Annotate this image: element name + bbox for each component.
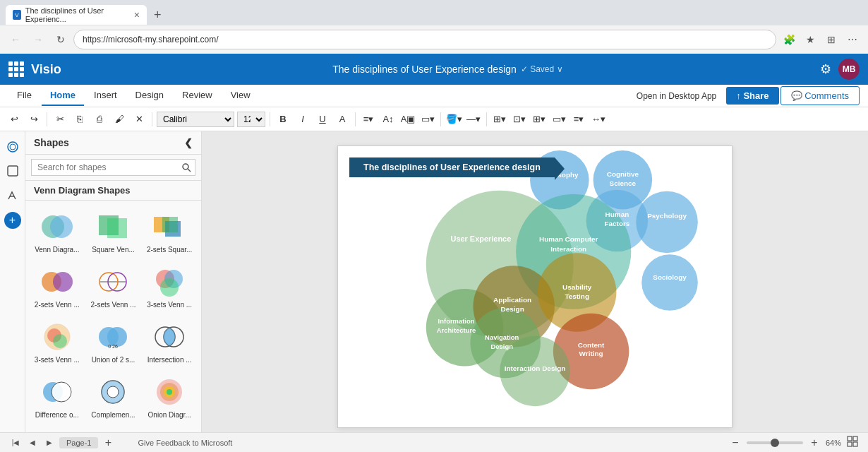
sidebar-browser-button[interactable]: ⊞ <box>821 30 841 49</box>
shape-item-3sets-venn-b[interactable]: 3-sets Venn ... <box>30 315 85 369</box>
tab-close-button[interactable]: × <box>134 9 140 20</box>
svg-line-5 <box>188 169 191 172</box>
reload-button[interactable]: ↻ <box>51 30 71 49</box>
format-painter-button[interactable]: 🖌 <box>111 111 128 128</box>
zoom-label: 64% <box>826 439 841 447</box>
shapes-search-input[interactable] <box>31 159 177 176</box>
fill-button[interactable]: 🪣▾ <box>445 111 462 128</box>
forward-button[interactable]: → <box>28 30 48 49</box>
tab-insert[interactable]: Insert <box>85 85 126 106</box>
svg-text:Information: Information <box>438 317 475 325</box>
size-button[interactable]: ↔▾ <box>590 111 607 128</box>
tab-file[interactable]: File <box>8 85 40 106</box>
comments-button[interactable]: 💬 Comments <box>780 86 860 105</box>
share-button[interactable]: ↑ Share <box>726 87 778 105</box>
container-button[interactable]: ▭▾ <box>550 111 567 128</box>
svg-point-0 <box>8 142 18 152</box>
shape-item-2sets-venn-a[interactable]: 2-sets Venn ... <box>30 260 85 314</box>
collapse-panel-button[interactable]: ❮ <box>184 137 193 148</box>
bold-button[interactable]: B <box>275 111 291 128</box>
shape-item-venn[interactable]: Venn Diagra... <box>30 205 85 258</box>
align-button[interactable]: ≡▾ <box>360 111 377 128</box>
font-color-button[interactable]: A <box>334 111 351 128</box>
zoom-out-button[interactable]: − <box>728 436 742 450</box>
tab-view[interactable]: View <box>222 85 259 106</box>
back-button[interactable]: ← <box>6 30 25 49</box>
markup-icon[interactable] <box>3 185 23 205</box>
zoom-in-button[interactable]: + <box>807 436 821 450</box>
svg-rect-2 <box>8 166 18 176</box>
app-grid-icon[interactable] <box>8 61 24 77</box>
first-page-button[interactable]: |◀ <box>8 436 23 450</box>
shape-thumb-venn <box>37 209 77 244</box>
shape-label: 3-sets Venn ... <box>35 356 80 364</box>
underline-button[interactable]: U <box>314 111 331 128</box>
avatar[interactable]: MB <box>838 59 860 80</box>
line-button[interactable]: —▾ <box>465 111 482 128</box>
shapes-icon[interactable] <box>3 137 23 157</box>
shape-item-complement[interactable]: Complemen... <box>86 370 141 424</box>
tab-home[interactable]: Home <box>42 85 84 106</box>
tab-design[interactable]: Design <box>127 85 172 106</box>
group-button[interactable]: ⊞▾ <box>531 111 548 128</box>
clear-button[interactable]: ✕ <box>131 111 147 128</box>
undo-button[interactable]: ↩ <box>6 111 23 128</box>
font-size-select[interactable]: 12 <box>237 112 265 127</box>
open-desktop-button[interactable]: Open in Desktop App <box>628 88 725 104</box>
italic-button[interactable]: I <box>294 111 311 128</box>
border-button[interactable]: ▭▾ <box>419 111 436 128</box>
search-button[interactable] <box>177 159 195 176</box>
toolbar-divider-1 <box>47 112 47 126</box>
new-tab-button[interactable]: + <box>150 7 166 23</box>
zoom-slider[interactable] <box>747 441 803 444</box>
feedback-text[interactable]: Give Feedback to Microsoft <box>138 439 232 447</box>
text-bg-button[interactable]: A▣ <box>399 111 416 128</box>
shape-item-3sets-venn[interactable]: 3-sets Venn ... <box>142 260 197 314</box>
browser-tab[interactable]: V The disciplines of User Experienc... × <box>6 5 147 25</box>
next-page-button[interactable]: ▶ <box>42 436 56 450</box>
copy-button[interactable]: ⎘ <box>71 111 88 128</box>
shape-item-2sets-venn-b[interactable]: 2-sets Venn ... <box>86 260 141 314</box>
redo-button[interactable]: ↪ <box>25 111 42 128</box>
shape-item-intersection[interactable]: Intersection ... <box>142 315 197 369</box>
svg-text:Interaction: Interaction <box>550 245 586 253</box>
add-shapes-button[interactable]: + <box>4 212 21 229</box>
settings-icon[interactable]: ⚙ <box>820 61 831 77</box>
page-tab[interactable]: Page-1 <box>59 437 98 448</box>
cut-button[interactable]: ✂ <box>52 111 68 128</box>
layers-button[interactable]: ≡▾ <box>570 111 587 128</box>
extensions-button[interactable]: 🧩 <box>779 30 799 49</box>
add-page-button[interactable]: + <box>101 436 115 450</box>
fit-page-button[interactable] <box>845 436 860 450</box>
diagram-title-box: The disciplines of User Experience desig… <box>349 157 555 177</box>
shape-label: Onion Diagr... <box>148 411 191 420</box>
address-bar[interactable] <box>73 30 776 49</box>
page-nav: |◀ ◀ ▶ Page-1 + <box>8 436 115 450</box>
stencil-icon[interactable] <box>3 161 23 181</box>
browser-tab-bar: V The disciplines of User Experienc... ×… <box>0 0 868 25</box>
canvas-scroll[interactable]: Philosophy Cognitive Science Human Facto… <box>202 131 868 432</box>
tab-title: The disciplines of User Experienc... <box>25 6 127 23</box>
shape-item-2sets-square[interactable]: 2-sets Squar... <box>142 205 197 258</box>
prev-page-button[interactable]: ◀ <box>25 436 40 450</box>
shape-thumb-difference <box>37 374 77 410</box>
paste-button[interactable]: ⎙ <box>91 111 108 128</box>
shape-item-difference[interactable]: Difference o... <box>30 370 85 424</box>
shape-item-square-venn[interactable]: Square Ven... <box>86 205 141 258</box>
font-family-select[interactable]: Calibri <box>157 112 234 127</box>
svg-point-46 <box>641 254 698 311</box>
tab-review[interactable]: Review <box>174 85 221 106</box>
svg-text:Application: Application <box>493 296 531 304</box>
title-arrow <box>555 157 565 180</box>
shape-item-union[interactable]: 0 26 Union of 2 s... <box>86 315 141 369</box>
more-button[interactable]: ⋯ <box>843 30 862 49</box>
ribbon-tabs: File Home Insert Design Review View Open… <box>0 85 868 107</box>
shape-item-onion[interactable]: Onion Diagr... <box>142 370 197 424</box>
shape-thumb-square-venn <box>93 209 133 244</box>
text-size-button[interactable]: A↕ <box>380 111 397 128</box>
shape-thumb-onion <box>150 374 189 410</box>
zoom-thumb <box>771 439 779 447</box>
arrange-button[interactable]: ⊞▾ <box>491 111 508 128</box>
favorites-button[interactable]: ★ <box>800 30 820 49</box>
position-button[interactable]: ⊡▾ <box>511 111 528 128</box>
